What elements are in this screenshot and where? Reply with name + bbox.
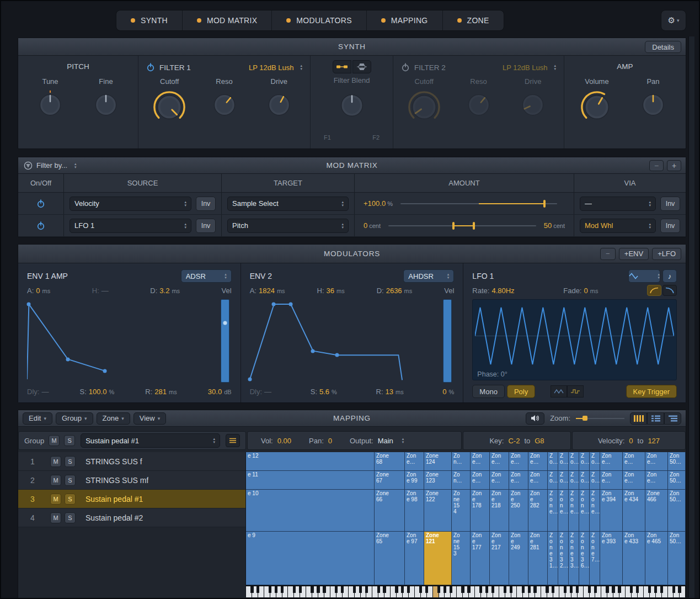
details-button[interactable]: Details [645,41,681,53]
zone-cell[interactable]: Zone 123 [424,471,452,490]
knob-dial[interactable] [336,90,367,121]
velocity-low-value[interactable]: 0 [629,437,633,445]
lfo-waveform-display[interactable]: Phase: 0° [472,299,677,380]
param-dly[interactable]: Dly:— [27,388,49,396]
zone-cell[interactable]: Zon e 218 [490,490,509,532]
lfo-shape-triangle-button[interactable] [551,385,567,397]
zone-cell[interactable]: Z o… [548,471,558,490]
tab-modulators[interactable]: MODULATORS [272,10,367,30]
envelope-node[interactable] [248,377,252,381]
env2-vel-slider[interactable] [443,299,452,383]
param-r[interactable]: R:281ms [145,388,177,396]
mute-button[interactable]: M [50,512,61,523]
group-select[interactable]: Sustain pedal #1 [81,433,220,448]
knob-dial[interactable] [264,90,294,120]
mute-button[interactable]: M [50,475,61,486]
zone-cell[interactable]: Z o… [590,471,600,490]
zone-cell[interactable]: Zo n… [452,452,471,471]
tab-mod-matrix[interactable]: MOD MATRIX [183,10,272,30]
zone-cell[interactable]: Z o n e… [579,490,590,532]
zone-cell[interactable]: Zon 50… [668,452,686,471]
invert-button[interactable]: Inv [660,197,680,211]
menu-edit[interactable]: Edit▾ [23,412,52,425]
env1-vel-slider[interactable] [221,299,229,383]
phase-readout[interactable]: Phase: 0° [477,370,507,378]
invert-button[interactable]: Inv [196,219,216,233]
group-row-sustain-pedal-2[interactable]: 4MSSustain pedal #2 [18,508,245,527]
filter1-type-select[interactable]: LP 12dB Lush [249,63,302,72]
add-modulation-button[interactable]: + [667,160,681,171]
envelope-node[interactable] [66,357,70,361]
solo-button[interactable]: S [65,494,76,505]
piano-black-key[interactable] [588,586,591,593]
zone-cell[interactable]: Zon e 177 [471,532,490,585]
piano-black-key[interactable] [317,586,319,593]
piano-black-key[interactable] [654,586,657,593]
velocity-high-value[interactable]: 127 [648,437,660,445]
zone-cell[interactable]: Z o n e 7… [590,532,600,585]
piano-black-key[interactable] [618,586,621,593]
knob-dial[interactable] [580,90,614,124]
zone-cell[interactable]: Zon 50… [668,490,686,532]
zone-view-button[interactable] [664,412,681,425]
piano-black-key[interactable] [425,586,428,593]
zone-cell[interactable]: Zon e 178 [471,490,490,532]
group-view-button[interactable] [647,412,664,425]
piano-black-key[interactable] [395,586,398,593]
group-solo-button[interactable]: S [64,435,75,446]
add-lfo-button[interactable]: +LFO [652,248,681,260]
env1-graph[interactable] [27,299,213,383]
piano-black-key[interactable] [323,586,325,593]
piano-black-key[interactable] [383,586,386,593]
piano-black-key[interactable] [522,586,525,593]
key-trigger-button[interactable]: Key Trigger [626,385,677,398]
zone-cell[interactable]: Zo n… [452,471,471,490]
zone-cell[interactable]: Zon e 434 [623,490,645,532]
knob-dial[interactable] [152,90,186,124]
zone-cell[interactable]: e 10 [246,490,375,532]
piano-black-key[interactable] [281,586,284,593]
zone-cell[interactable]: Zone 466 [645,490,668,532]
zone-cell[interactable]: Zo ne 15 4 [452,490,471,532]
lfo-rate[interactable]: Rate: 4.80Hz [472,287,514,295]
zone-cell[interactable]: Zon e 97 [405,532,424,585]
envelope-node[interactable] [335,353,339,357]
piano-black-key[interactable] [257,586,259,593]
piano-black-key[interactable] [678,586,681,593]
piano-black-key[interactable] [407,586,410,593]
filter2-type-select[interactable]: LP 12dB Lush [503,63,556,72]
zone-cell[interactable]: Zon e 465 [645,532,668,585]
piano-black-key[interactable] [594,586,597,593]
zone-cell[interactable]: Zone 68 [375,452,405,471]
group-menu-button[interactable] [226,434,240,447]
piano-black-key[interactable] [485,586,488,593]
piano-black-key[interactable] [341,586,344,593]
piano-black-key[interactable] [359,586,362,593]
zone-cell[interactable]: Z o… [579,452,590,471]
piano-black-key[interactable] [311,586,313,593]
amount-slider[interactable] [400,199,557,208]
zone-cell[interactable]: Zon e 249 [509,532,528,585]
slider-handle[interactable] [543,200,546,208]
env2-mode-select[interactable]: AHDSR [403,269,454,283]
piano-black-key[interactable] [570,586,573,593]
piano-black-key[interactable] [606,586,608,593]
zone-cell[interactable]: Z o… [558,471,569,490]
group-row-strings-sus-f[interactable]: 1MSSTRINGS SUS f [18,452,245,471]
zone-cell[interactable]: Z o n e… [558,490,569,532]
piano-black-key[interactable] [450,586,452,593]
zone-cell[interactable]: Zo ne 15 3 [452,532,471,585]
envelope-node[interactable] [288,303,292,306]
param-vel[interactable]: Vel [444,287,454,295]
zone-cell[interactable]: Zon e… [645,471,668,490]
param-dly[interactable]: Dly:— [250,388,271,396]
piano-black-key[interactable] [533,586,536,593]
filter2-power-button[interactable] [401,63,410,72]
piano-black-key[interactable] [576,586,579,593]
zone-cell[interactable]: Zon e… [528,452,548,471]
zone-cell[interactable]: Z o… [558,452,569,471]
param-h[interactable]: H:36ms [317,287,345,295]
scrollbar-track[interactable] [688,36,694,598]
parallel-routing-button[interactable] [352,60,371,73]
zone-cell[interactable]: Zon e… [528,471,548,490]
